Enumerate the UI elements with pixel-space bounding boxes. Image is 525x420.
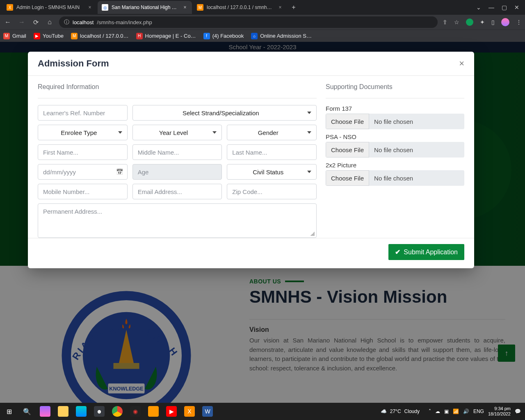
modal-title: Admission Form [38,58,109,69]
chrome-icon [112,406,123,417]
bookmark-homepage[interactable]: HHomepage | E - Co… [136,33,196,39]
sublime-icon [148,406,159,417]
windows-icon: ⊞ [7,408,12,415]
taskbar-app-chrome[interactable] [108,403,126,420]
xampp-icon: X [184,406,195,417]
tab-close-icon[interactable]: × [277,5,283,10]
age-input: Age [132,164,222,180]
choose-file-button[interactable]: Choose File [326,114,369,129]
maximize-icon[interactable]: ▢ [502,4,507,11]
dob-input[interactable]: dd/mm/yyyy [38,164,128,180]
enrolee-type-select[interactable]: Enrolee Type [38,125,128,140]
minimize-icon[interactable]: — [488,4,494,11]
mobile-input[interactable]: Mobile Number... [38,184,128,199]
start-button[interactable]: ⊞ [0,403,18,420]
weather-temp: 27°C [390,409,401,414]
extensions-puzzle-icon[interactable]: ✦ [480,19,485,25]
bookmark-label: (4) Facebook [212,33,244,39]
address-textarea[interactable]: Permanent Address... [38,203,317,238]
required-info-column: Required Information Learner's Ref. Numb… [38,83,317,238]
strand-select[interactable]: Select Strand/Specialization [132,105,317,121]
tray-chevron-icon[interactable]: ˄ [429,409,431,414]
submit-button[interactable]: ✔ Submit Application [388,244,464,260]
zip-input[interactable]: Zip Code... [227,184,317,199]
middle-name-input[interactable]: Middle Name... [132,144,222,160]
bookmark-youtube[interactable]: ▶YouTube [34,33,64,39]
bookmark-gmail[interactable]: MGmail [3,33,26,39]
taskbar-app-sublime[interactable] [144,403,162,420]
tray-app-icon[interactable]: ▣ [444,409,449,414]
learner-ref-input[interactable]: Learner's Ref. Number [38,105,128,121]
bookmark-facebook[interactable]: f(4) Facebook [203,33,244,39]
wifi-icon[interactable]: 📶 [453,409,459,414]
bookmark-localhost[interactable]: Mlocalhost / 127.0.0… [71,33,129,39]
panel-icon[interactable]: ▯ [491,19,495,25]
forward-icon[interactable]: → [17,18,26,26]
divider [38,98,317,98]
tab-1[interactable]: ◎ San Mariano National High Scho… × [98,1,192,14]
taskbar-app-edge[interactable] [72,403,90,420]
choose-file-button[interactable]: Choose File [326,170,369,186]
choose-file-button[interactable]: Choose File [326,142,369,158]
gender-select[interactable]: Gender [227,125,317,140]
kebab-menu-icon[interactable]: ⋮ [516,19,522,25]
modal-header: Admission Form × [28,52,474,75]
search-button[interactable]: 🔍 [18,403,36,420]
bookmark-online-admission[interactable]: ⌂Online Admission S… [251,33,312,39]
supporting-docs-column: Supporting Documents Form 137 Choose Fil… [326,83,464,238]
tab-2[interactable]: M localhost / 127.0.0.1 / smnhs_ma… × [193,1,287,14]
weather-widget[interactable]: ☁️ 27°C Cloudy [376,409,425,414]
form137-file-input[interactable]: Choose File No file chosen [326,114,464,129]
form137-label: Form 137 [326,105,464,112]
close-icon[interactable]: × [459,58,464,69]
weather-desc: Cloudy [404,409,420,414]
dropdown-icon[interactable]: ⌄ [476,4,481,11]
homepage-icon: H [136,33,143,39]
favicon-icon: M [197,4,203,11]
picture-file-input[interactable]: Choose File No file chosen [326,170,464,186]
url-host: localhost [73,19,94,25]
notifications-icon[interactable]: 💬 [515,409,521,414]
tab-0[interactable]: X Admin Login - SMNHS MAIN × [2,1,97,14]
extension-icon[interactable] [466,18,473,26]
first-name-input[interactable]: First Name... [38,144,128,160]
tab-strip: X Admin Login - SMNHS MAIN × ◎ San Maria… [0,0,525,15]
psa-file-input[interactable]: Choose File No file chosen [326,142,464,158]
bookmark-star-icon[interactable]: ☆ [454,19,459,25]
reload-icon[interactable]: ⟳ [31,18,40,26]
divider [326,98,464,98]
taskbar-app-explorer[interactable] [54,403,72,420]
window-controls: ⌄ — ▢ ✕ [470,4,525,11]
volume-icon[interactable]: 🔊 [463,409,469,414]
civil-status-select[interactable]: Civil Status [227,164,317,180]
taskbar-app-recorder[interactable]: ◉ [126,403,144,420]
home-icon[interactable]: ⌂ [45,18,54,26]
onedrive-icon[interactable]: ☁ [435,409,440,414]
taskbar-app-discord[interactable]: ☻ [90,403,108,420]
profile-avatar-icon[interactable] [501,18,509,26]
system-tray: ☁️ 27°C Cloudy ˄ ☁ ▣ 📶 🔊 ENG 9:34 pm 18/… [372,406,525,416]
email-input[interactable]: Email Address... [132,184,222,199]
share-icon[interactable]: ⇪ [443,19,447,25]
favicon-icon: ◎ [102,4,108,11]
language-indicator[interactable]: ENG [473,409,484,414]
clock[interactable]: 9:34 pm 18/10/2022 [488,406,511,416]
submit-label: Submit Application [404,249,458,256]
new-tab-button[interactable]: + [288,4,299,11]
address-bar[interactable]: ⓘ localhost/smnhs-main/index.php [59,16,438,28]
taskbar-app-messenger[interactable] [36,403,54,420]
back-icon[interactable]: ← [3,18,12,26]
tab-close-icon[interactable]: × [182,5,188,10]
close-window-icon[interactable]: ✕ [514,4,519,11]
windows-taskbar: ⊞ 🔍 ☻ ◉ ▶ X W ☁️ 27°C Cloudy ˄ ☁ ▣ 📶 🔊 E… [0,403,525,420]
year-level-select[interactable]: Year Level [132,125,222,140]
form-grid: Learner's Ref. Number Select Strand/Spec… [38,105,317,238]
taskbar-app-youtube[interactable]: ▶ [162,403,180,420]
site-info-icon[interactable]: ⓘ [64,18,69,26]
taskbar-app-word[interactable]: W [199,403,217,420]
taskbar-app-xampp[interactable]: X [180,403,199,420]
bookmark-label: Online Admission S… [260,33,312,39]
tab-close-icon[interactable]: × [87,5,93,10]
clock-time: 9:34 pm [488,406,511,411]
last-name-input[interactable]: Last Name... [227,144,317,160]
